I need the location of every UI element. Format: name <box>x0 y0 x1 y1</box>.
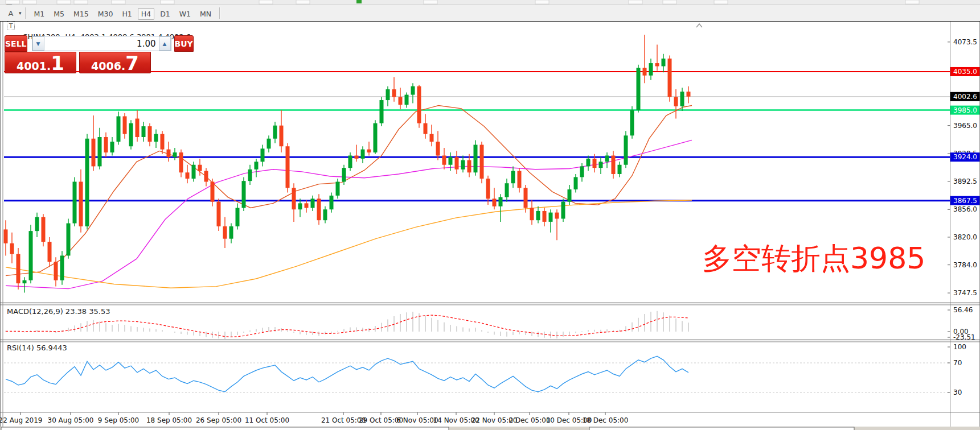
buy-price[interactable]: 4006.7 <box>79 52 151 73</box>
svg-text:4073.5: 4073.5 <box>953 38 977 46</box>
svg-text:30: 30 <box>953 388 962 396</box>
buy-price-main: 4006 <box>91 55 121 77</box>
sell-button[interactable]: SELL <box>5 35 27 52</box>
svg-text:3747.5: 3747.5 <box>953 289 977 297</box>
mt4-window: ⫽E▤FAT⇅ ▾ M1M5M15M30H1H4D1W1MN 56.460.00… <box>0 0 980 430</box>
macd-signal-line <box>6 315 688 337</box>
svg-text:70: 70 <box>953 359 962 367</box>
buy-price-dot: . <box>121 55 125 77</box>
date-tick-label: 18 Dec 05:00 <box>583 416 629 424</box>
rsi-label: RSI(14) 56.9443 <box>7 344 67 352</box>
svg-text:3856.0: 3856.0 <box>953 205 977 213</box>
date-tick-label: 11 Oct 05:00 <box>245 416 289 424</box>
date-tick-label: 18 Sep 05:00 <box>146 416 192 424</box>
buy-price-pip: 7 <box>125 52 139 74</box>
svg-text:3784.0: 3784.0 <box>953 261 977 269</box>
svg-text:3892.5: 3892.5 <box>953 177 977 185</box>
date-tick-label: 9 Sep 05:00 <box>98 416 139 424</box>
date-tick-label: 26 Sep 05:00 <box>196 416 241 424</box>
sell-price[interactable]: 4001.1 <box>5 52 76 73</box>
volume-increase-button[interactable]: ▲ <box>159 36 171 51</box>
annotation-text: 多空转折点3985 <box>702 242 925 274</box>
svg-text:3965.0: 3965.0 <box>953 122 977 130</box>
svg-text:3985.0: 3985.0 <box>953 106 977 114</box>
sell-price-pip: 1 <box>51 52 64 74</box>
volume-stepper: ▼ ▲ <box>32 36 171 51</box>
ma-fast <box>6 106 692 276</box>
buy-button[interactable]: BUY <box>174 35 194 52</box>
svg-text:3924.0: 3924.0 <box>953 153 977 161</box>
volume-input[interactable] <box>44 36 159 51</box>
date-tick-label: 22 Aug 2019 <box>0 416 42 424</box>
rsi-line <box>6 356 688 391</box>
date-tick-label: 2 Dec 05:00 <box>509 416 550 424</box>
svg-text:4002.6: 4002.6 <box>953 93 977 101</box>
volume-decrease-button[interactable]: ▼ <box>32 36 44 51</box>
one-click-trade-panel: SELL ▼ ▲ BUY 4001.1 4006.7 <box>5 35 151 73</box>
svg-text:3867.5: 3867.5 <box>953 197 977 205</box>
svg-text:4035.0: 4035.0 <box>953 68 977 76</box>
ma-slow <box>6 200 692 288</box>
svg-text:100: 100 <box>953 343 966 351</box>
sell-price-dot: . <box>47 55 51 77</box>
sell-price-main: 4001 <box>17 55 47 77</box>
svg-text:-23.51: -23.51 <box>953 333 975 341</box>
date-tick-label: 6 Nov 05:00 <box>396 416 438 424</box>
svg-text:56.46: 56.46 <box>953 306 973 314</box>
macd-label: MACD(12,26,9) 23.38 35.53 <box>7 307 110 316</box>
date-tick-label: 30 Aug 05:00 <box>48 416 94 424</box>
svg-text:3820.0: 3820.0 <box>953 233 977 241</box>
